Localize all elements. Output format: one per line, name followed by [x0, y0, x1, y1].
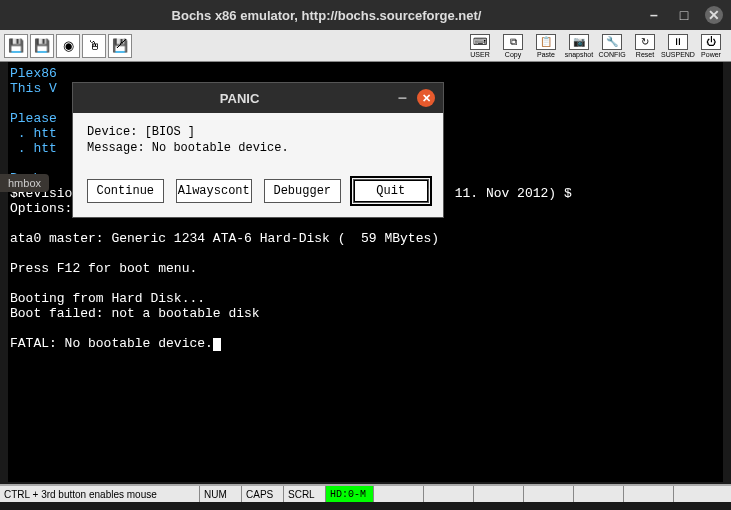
snapshot-button[interactable]: 📷snapshot — [563, 32, 595, 60]
status-empty — [524, 486, 574, 502]
toolbar-right: ⌨USER ⧉Copy 📋Paste 📷snapshot 🔧CONFIG ↻Re… — [464, 32, 727, 60]
debugger-button[interactable]: Debugger — [264, 179, 341, 203]
status-caps: CAPS — [242, 486, 284, 502]
continue-button[interactable]: Continue — [87, 179, 164, 203]
console-line: Please — [10, 111, 57, 126]
floppy-b-icon[interactable]: 💾 — [30, 34, 54, 58]
device-value: [BIOS ] — [145, 125, 195, 139]
status-empty — [374, 486, 424, 502]
status-scrl: SCRL — [284, 486, 326, 502]
console-line: ata0 master: Generic 1234 ATA-6 Hard-Dis… — [10, 231, 439, 246]
status-empty — [474, 486, 524, 502]
config-button[interactable]: 🔧CONFIG — [596, 32, 628, 60]
window-title: Bochs x86 emulator, http://bochs.sourcef… — [8, 8, 645, 23]
user-button[interactable]: ⌨USER — [464, 32, 496, 60]
dialog-body: Device: [BIOS ] Message: No bootable dev… — [73, 113, 443, 169]
maximize-button[interactable]: □ — [675, 6, 693, 24]
alwayscont-button[interactable]: Alwayscont — [176, 179, 253, 203]
power-icon: ⏻ — [701, 34, 721, 50]
cdrom-icon[interactable]: ◉ — [56, 34, 80, 58]
suspend-icon: ⏸ — [668, 34, 688, 50]
dialog-buttons: Continue Alwayscont Debugger Quit — [73, 169, 443, 217]
console-line: Boot failed: not a bootable disk — [10, 306, 260, 321]
panic-dialog: PANIC – ✕ Device: [BIOS ] Message: No bo… — [72, 82, 444, 218]
console-line: FATAL: No bootable device. — [10, 336, 213, 351]
floppy-a-icon[interactable]: 💾 — [4, 34, 28, 58]
toolbar: 💾 💾 ◉ 🖱 💾⟋ ⌨USER ⧉Copy 📋Paste 📷snapshot … — [0, 30, 731, 62]
toolbar-left: 💾 💾 ◉ 🖱 💾⟋ — [4, 34, 132, 58]
disabled-floppy-icon[interactable]: 💾⟋ — [108, 34, 132, 58]
paste-button[interactable]: 📋Paste — [530, 32, 562, 60]
mouse-icon[interactable]: 🖱 — [82, 34, 106, 58]
status-empty — [624, 486, 674, 502]
dialog-title: PANIC — [81, 91, 398, 106]
camera-icon: 📷 — [569, 34, 589, 50]
status-mouse-hint: CTRL + 3rd button enables mouse — [0, 486, 200, 502]
dialog-close-button[interactable]: ✕ — [417, 89, 435, 107]
suspend-button[interactable]: ⏸SUSPEND — [662, 32, 694, 60]
reset-button[interactable]: ↻Reset — [629, 32, 661, 60]
message-value: No bootable device. — [152, 141, 289, 155]
user-icon: ⌨ — [470, 34, 490, 50]
paste-icon: 📋 — [536, 34, 556, 50]
dialog-titlebar: PANIC – ✕ — [73, 83, 443, 113]
console-line: Plex86 — [10, 66, 57, 81]
minimize-button[interactable]: – — [645, 6, 663, 24]
dialog-minimize-button[interactable]: – — [398, 89, 407, 107]
statusbar: CTRL + 3rd button enables mouse NUM CAPS… — [0, 484, 731, 502]
device-label: Device: — [87, 125, 137, 139]
quit-button[interactable]: Quit — [353, 179, 430, 203]
status-empty — [424, 486, 474, 502]
console-line: . htt — [10, 141, 57, 156]
console-line: This V — [10, 81, 57, 96]
power-button[interactable]: ⏻Power — [695, 32, 727, 60]
reset-icon: ↻ — [635, 34, 655, 50]
status-empty — [674, 486, 731, 502]
console-line: Booting from Hard Disk... — [10, 291, 205, 306]
wrench-icon: 🔧 — [602, 34, 622, 50]
cursor — [213, 338, 221, 351]
console-line: . htt — [10, 126, 57, 141]
close-button[interactable]: ✕ — [705, 6, 723, 24]
status-hd-activity: HD:0-M — [326, 486, 374, 502]
console-line: Press F12 for boot menu. — [10, 261, 197, 276]
status-empty — [574, 486, 624, 502]
main-titlebar: Bochs x86 emulator, http://bochs.sourcef… — [0, 0, 731, 30]
copy-button[interactable]: ⧉Copy — [497, 32, 529, 60]
copy-icon: ⧉ — [503, 34, 523, 50]
status-num: NUM — [200, 486, 242, 502]
window-controls: – □ ✕ — [645, 6, 723, 24]
side-tab[interactable]: hmbox — [0, 174, 49, 192]
message-label: Message: — [87, 141, 145, 155]
